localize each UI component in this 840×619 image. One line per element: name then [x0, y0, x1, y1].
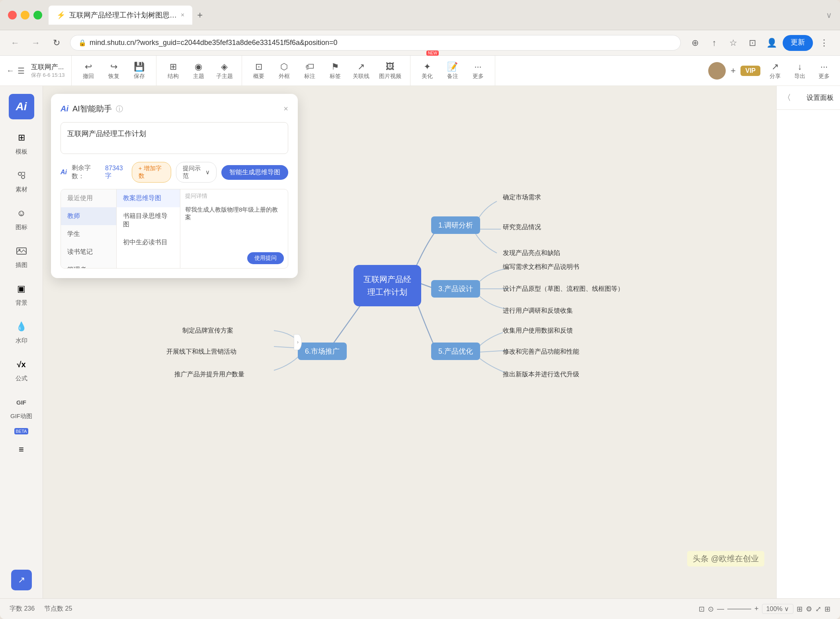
leaf-brand-plan: 制定品牌宣传方案: [182, 327, 233, 335]
add-collaborator-button[interactable]: +: [731, 66, 736, 76]
background-icon: ▣: [13, 280, 30, 298]
ai-panel-input[interactable]: 互联网产品经理工作计划: [61, 122, 288, 154]
theme-button[interactable]: ◉ 主题: [187, 58, 211, 83]
beautify-button[interactable]: ✦ 美化 NEW: [415, 58, 439, 83]
sidebar-item-watermark[interactable]: 💧 水印: [4, 313, 39, 349]
template-book-outline[interactable]: 书籍目录思维导图: [117, 207, 180, 234]
sidebar-item-template[interactable]: ⊞ 模板: [4, 124, 39, 160]
category-teacher[interactable]: 教师: [61, 207, 116, 225]
export-button[interactable]: ↓ 导出: [790, 58, 810, 83]
category-manager[interactable]: 管理者: [61, 261, 116, 268]
share-button[interactable]: ↑: [706, 35, 722, 51]
sidebar-item-formula[interactable]: √x 公式: [4, 351, 39, 387]
close-traffic-light[interactable]: [8, 11, 17, 19]
vip-button[interactable]: VIP: [740, 66, 760, 76]
share-toolbar-button[interactable]: ↗ 分享: [765, 58, 785, 83]
sub-theme-icon: ◈: [221, 62, 228, 72]
doc-save-time: 保存 6-6 15:13: [31, 72, 65, 79]
prompt-example-button[interactable]: 提问示范 ∨: [176, 162, 217, 183]
toolbar-menu-icon[interactable]: ☰: [18, 66, 25, 76]
branch-design[interactable]: 3.产品设计: [431, 280, 480, 298]
branch-optimize[interactable]: 5.产品优化: [431, 343, 480, 360]
leaf-product-highlight: 发现产品亮点和缺陷: [503, 249, 560, 257]
fullscreen-icon[interactable]: ⊞: [797, 605, 803, 613]
tab-close-button[interactable]: ×: [181, 12, 184, 19]
new-tab-button[interactable]: +: [197, 10, 203, 21]
more2-button[interactable]: ··· 更多: [815, 58, 834, 83]
toolbar-group-beautify: ✦ 美化 NEW 📝 备注 ··· 更多: [410, 56, 495, 86]
category-student[interactable]: 学生: [61, 225, 116, 243]
ai-assistant-icon[interactable]: Ai: [9, 94, 34, 119]
zoom-slider[interactable]: [727, 609, 751, 609]
tab-bar: ⚡ 互联网产品经理工作计划树图思… × +: [49, 6, 820, 25]
category-recent[interactable]: 最近使用: [61, 189, 116, 207]
bookmark-button[interactable]: ☆: [725, 35, 741, 51]
maximize-traffic-light[interactable]: [33, 11, 42, 19]
sidebar-item-material[interactable]: 素材: [4, 162, 39, 198]
notes-icon: 📝: [447, 62, 458, 72]
redo-button[interactable]: ↪ 恢复: [102, 58, 126, 83]
minimize-traffic-light[interactable]: [21, 11, 29, 19]
structure-button[interactable]: ⊞ 结构: [161, 58, 185, 83]
template-reading-list[interactable]: 初中生必读书目: [117, 234, 180, 251]
address-bar[interactable]: 🔒 mind.shutu.cn/?works_guid=c2044dbe35fe…: [70, 35, 681, 51]
avatar[interactable]: [708, 62, 726, 80]
image-video-button[interactable]: 🖼 图片视频: [375, 58, 405, 83]
category-reading[interactable]: 读书笔记: [61, 243, 116, 261]
add-words-button[interactable]: + 增加字数: [132, 162, 172, 183]
outer-frame-button[interactable]: ⬡ 外框: [272, 58, 296, 83]
share-bottom-button[interactable]: ↗: [11, 570, 32, 590]
save-button[interactable]: 💾 保存: [127, 58, 151, 83]
label-button[interactable]: 🏷 标注: [298, 58, 322, 83]
zoom-in-button[interactable]: +: [754, 605, 759, 613]
view-button[interactable]: ⊡: [744, 35, 760, 51]
outline-button[interactable]: ⊡ 概要: [247, 58, 271, 83]
central-node[interactable]: 互联网产品经理工作计划: [354, 265, 421, 306]
connect-button[interactable]: ↗ 关联线: [349, 58, 373, 83]
prompt-detail-textarea[interactable]: 帮我生成人教版物理8年级上册的教案: [180, 203, 288, 258]
undo-button[interactable]: ↩ 撤回: [76, 58, 100, 83]
settings-icon[interactable]: ⚙: [806, 605, 812, 613]
refresh-button[interactable]: ↻: [49, 36, 64, 50]
template-lesson-plan[interactable]: 教案思维导图: [117, 189, 180, 207]
ai-panel-info-icon[interactable]: ⓘ: [116, 104, 123, 114]
sidebar-item-icon[interactable]: ☺ 图标: [4, 200, 39, 236]
account-button[interactable]: 👤: [764, 35, 779, 51]
sidebar-item-illustration[interactable]: 插图: [4, 237, 39, 274]
leaf-improve-product: 修改和完善产品功能和性能: [503, 348, 579, 356]
prompt-example-label: 提问示范: [183, 165, 204, 180]
left-sidebar: Ai ⊞ 模板 素材 ☺ 图标: [0, 86, 43, 598]
sidebar-item-background[interactable]: ▣ 背景: [4, 275, 39, 311]
expand-icon[interactable]: ⤢: [815, 605, 821, 613]
panel-collapse-arrow[interactable]: ›: [294, 334, 302, 350]
back-button[interactable]: ←: [8, 36, 22, 50]
more-toolbar-button[interactable]: ··· 更多: [466, 58, 490, 83]
prompt-detail: 提问详情 帮我生成人教版物理8年级上册的教案 使用提问: [180, 189, 288, 268]
grid-icon[interactable]: ⊞: [824, 605, 830, 613]
ai-panel: Ai AI智能助手 ⓘ × 互联网产品经理工作计划 Ai 剩余字数： 87343…: [51, 94, 298, 278]
tag-button[interactable]: ⚑ 标签: [323, 58, 347, 83]
notes-button[interactable]: 📝 备注: [441, 58, 465, 83]
translate-button[interactable]: ⊕: [687, 35, 703, 51]
fit-screen-icon[interactable]: ⊡: [699, 605, 705, 613]
branch-marketing[interactable]: 6.市场推广: [298, 343, 347, 360]
sidebar-item-beta[interactable]: ≡: [4, 436, 39, 463]
zoom-out-button[interactable]: —: [717, 605, 724, 613]
generate-mindmap-button[interactable]: 智能生成思维导图: [221, 165, 288, 180]
settings-panel-collapse-icon[interactable]: 〈: [783, 92, 791, 103]
sidebar-item-gif[interactable]: GIF GIF动图: [4, 389, 39, 425]
ai-panel-close-button[interactable]: ×: [283, 104, 288, 113]
browser-chevron-down-icon[interactable]: ∨: [826, 10, 832, 20]
zoom-percentage[interactable]: 100% ∨: [762, 604, 793, 614]
use-prompt-button[interactable]: 使用提问: [247, 252, 284, 264]
update-button[interactable]: 更新: [783, 35, 813, 51]
forward-button[interactable]: →: [29, 36, 43, 50]
branch-marketing-label: 6.市场推广: [305, 347, 340, 355]
reset-view-icon[interactable]: ⊙: [708, 605, 714, 613]
branch-research[interactable]: 1.调研分析: [431, 216, 480, 234]
sub-theme-button[interactable]: ◈ 子主题: [212, 58, 237, 83]
more-options-button[interactable]: ⋮: [816, 35, 832, 51]
mindmap-canvas[interactable]: Ai AI智能助手 ⓘ × 互联网产品经理工作计划 Ai 剩余字数： 87343…: [43, 86, 776, 598]
toolbar-back-icon[interactable]: ←: [6, 66, 14, 75]
active-tab[interactable]: ⚡ 互联网产品经理工作计划树图思… ×: [49, 6, 192, 25]
